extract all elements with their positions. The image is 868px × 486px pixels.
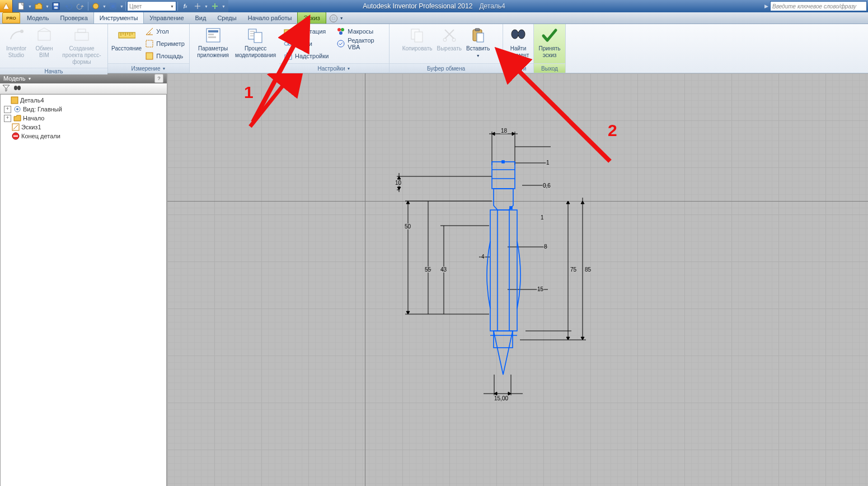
qat-tool-2-dd[interactable]: ▼ (119, 4, 124, 8)
search-caret-left[interactable]: ▶ (764, 3, 768, 9)
tree-node-view[interactable]: + Вид: Главный (1, 105, 166, 114)
fx-button[interactable]: fx (180, 1, 191, 11)
dim-43[interactable]: 43 (440, 267, 447, 273)
dim-1b[interactable]: 1 (540, 214, 545, 221)
dim-06[interactable]: 0,6 (542, 183, 551, 189)
adaptation-button[interactable]: Адаптация (281, 25, 331, 38)
qat-tool-4[interactable] (209, 1, 220, 11)
dim-55[interactable]: 55 (424, 267, 431, 273)
svg-rect-25 (254, 32, 262, 43)
dim-1500[interactable]: 15,00 (494, 395, 509, 401)
filter-icon[interactable] (2, 84, 10, 93)
color-combo[interactable]: Цвет▼ (127, 1, 176, 11)
dim-50[interactable]: 50 (404, 223, 411, 230)
tree-node-origin[interactable]: + Начало (1, 114, 166, 123)
help-icon: □ (330, 15, 337, 22)
workspace: Модель▼ ? Деталь4 + Вид: Главный + Начал… (0, 73, 868, 486)
svg-point-7 (20, 30, 24, 33)
tree-node-sketch1[interactable]: Эскиз1 (1, 123, 166, 132)
paste-button[interactable]: Вставить▼ (464, 25, 492, 60)
save-button[interactable] (50, 1, 62, 11)
tab-extra[interactable]: □▼ (326, 13, 347, 24)
app-menu-button[interactable] (0, 0, 13, 12)
dim-15[interactable]: 15 (537, 286, 544, 292)
tab-pro[interactable]: PRO (2, 12, 20, 24)
tab-sketch[interactable]: Эскиз (297, 12, 326, 24)
svg-rect-79 (492, 162, 515, 189)
model-process-button[interactable]: Процесс моделирования (234, 25, 277, 60)
ribbon-tabs: PRO Модель Проверка Инструменты Управлен… (0, 12, 868, 24)
mold-project-button[interactable]: Создание проекта пресс-формы (58, 25, 105, 67)
tab-env[interactable]: Среды (212, 12, 242, 24)
tab-tools[interactable]: Инструменты (93, 12, 144, 24)
area-button[interactable]: Площадь (143, 50, 187, 62)
svg-rect-9 (75, 32, 88, 40)
expand-icon[interactable]: + (4, 106, 11, 113)
svg-rect-29 (285, 55, 292, 59)
svg-rect-10 (78, 29, 86, 32)
tab-check[interactable]: Проверка (54, 12, 93, 24)
panel-settings-label[interactable]: Настройки▼ (279, 63, 389, 73)
app-params-button[interactable]: Параметры приложения (192, 25, 234, 60)
tab-manage[interactable]: Управление (144, 12, 189, 24)
cut-button[interactable]: Вырезать (434, 25, 463, 53)
macros-button[interactable]: Макросы (334, 25, 387, 38)
folder-icon (13, 114, 22, 122)
redo-button[interactable] (75, 1, 86, 11)
dim-75[interactable]: 75 (570, 267, 577, 273)
sketch-canvas[interactable]: 18 1 0,6 1 8 4 15 75 85 10 50 55 43 15,0… (167, 73, 868, 486)
svg-point-31 (337, 28, 341, 31)
perimeter-button[interactable]: Периметр (143, 38, 187, 50)
end-of-part-icon (11, 132, 20, 140)
inventor-studio-button[interactable]: Inventor Studio (2, 25, 30, 60)
tree-node-part[interactable]: Деталь4 (1, 96, 166, 105)
panel-clipboard-label: Буфер обмена (390, 63, 503, 73)
ribbon: Inventor Studio Обмен BIM Создание проек… (0, 24, 868, 73)
tab-getstarted[interactable]: Начало работы (242, 12, 298, 24)
svg-rect-87 (502, 161, 504, 163)
open-file-button[interactable] (33, 1, 44, 11)
qat-tool-1-dd[interactable]: ▼ (102, 4, 107, 8)
qat-customize-dd[interactable]: ▼ (221, 4, 226, 8)
new-file-button[interactable] (16, 1, 27, 11)
qat-tool-3-dd[interactable]: ▼ (204, 4, 209, 8)
search-input[interactable]: Введите ключевое слово/фразу (770, 1, 867, 11)
bim-exchange-button[interactable]: Обмен BIM (30, 25, 58, 60)
svg-rect-8 (38, 31, 50, 40)
qat-tool-2[interactable] (107, 1, 119, 11)
tab-model[interactable]: Модель (21, 12, 54, 24)
addins-button[interactable]: Надстройки (281, 50, 331, 62)
dim-4[interactable]: 4 (481, 254, 485, 260)
svg-rect-0 (18, 3, 24, 10)
accept-sketch-button[interactable]: Принять эскиз (536, 25, 564, 60)
open-file-dropdown[interactable]: ▼ (45, 4, 50, 8)
tab-view[interactable]: Вид (190, 12, 212, 24)
model-tree[interactable]: Деталь4 + Вид: Главный + Начало Эскиз1 К… (0, 94, 167, 486)
qat-tool-1[interactable] (90, 1, 101, 11)
dim-18[interactable]: 18 (500, 128, 508, 134)
dim-1a[interactable]: 1 (546, 160, 550, 166)
dim-85[interactable]: 85 (584, 267, 592, 273)
expand-icon[interactable]: + (4, 115, 11, 122)
qat-tool-3[interactable] (192, 1, 203, 11)
quick-access-toolbar: ▼ ▼ ▼ ▼ Цвет▼ fx ▼ ▼ (13, 0, 228, 12)
title-bar: ▼ ▼ ▼ ▼ Цвет▼ fx ▼ ▼ Autodesk Inventor P… (0, 0, 868, 12)
panel-find-label: Найти (503, 63, 533, 73)
tree-node-end[interactable]: Конец детали (1, 132, 166, 141)
panel-measure-label[interactable]: Измерение▼ (108, 63, 189, 73)
undo-button[interactable] (63, 1, 74, 11)
distance-button[interactable]: Расстояние (110, 25, 143, 53)
copy-button[interactable]: Копировать (400, 25, 435, 53)
find-element-button[interactable]: Найти элемент (504, 25, 532, 60)
vba-editor-button[interactable]: Редактор VBA (334, 38, 387, 50)
new-file-dropdown[interactable]: ▼ (27, 4, 32, 8)
browser-help-icon[interactable]: ? (154, 74, 163, 83)
svg-rect-47 (11, 97, 18, 104)
svg-rect-40 (475, 29, 480, 31)
dim-10[interactable]: 10 (395, 180, 402, 186)
angle-button[interactable]: Угол (143, 25, 187, 38)
browser-header[interactable]: Модель▼ ? (0, 73, 167, 83)
dim-8[interactable]: 8 (543, 244, 548, 250)
binoculars-icon[interactable] (13, 85, 21, 92)
links-button[interactable]: Связи (281, 38, 331, 50)
